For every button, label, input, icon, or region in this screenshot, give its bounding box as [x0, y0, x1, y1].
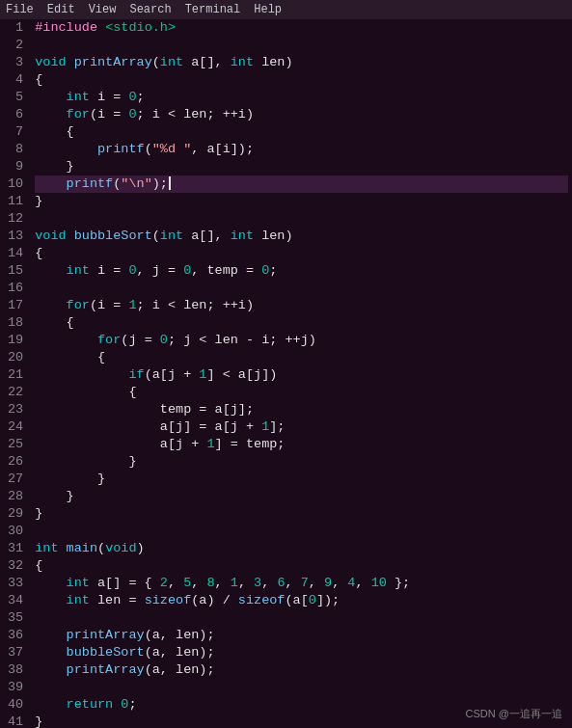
line-number: 37 — [8, 644, 23, 661]
menu-search[interactable]: Search — [129, 1, 171, 18]
line-number: 41 — [8, 714, 23, 728]
code-line: int main(void) — [35, 540, 568, 557]
code-line: a[j + 1] = temp; — [35, 436, 568, 453]
code-line — [35, 523, 568, 540]
line-number: 40 — [8, 696, 23, 714]
code-line: for(i = 0; i < len; ++i) — [35, 106, 568, 123]
code-line: int len = sizeof(a) / sizeof(a[0]); — [35, 592, 568, 609]
code-line: bubbleSort(a, len); — [35, 644, 568, 661]
line-number: 32 — [8, 557, 23, 575]
code-line — [35, 679, 568, 696]
code-line: } — [35, 471, 568, 488]
line-number: 28 — [8, 488, 23, 505]
code-line: { — [35, 123, 568, 141]
line-number: 5 — [8, 89, 23, 106]
code-line — [35, 210, 568, 228]
code-line: int a[] = { 2, 5, 8, 1, 3, 6, 7, 9, 4, 1… — [35, 575, 568, 592]
line-number: 10 — [8, 175, 23, 193]
code-line: { — [35, 71, 568, 89]
menu-file[interactable]: File — [6, 1, 34, 18]
line-number: 16 — [8, 280, 23, 297]
code-line: { — [35, 557, 568, 575]
code-content[interactable]: #include <stdio.h> void printArray(int a… — [31, 19, 572, 728]
line-number: 19 — [8, 332, 23, 349]
line-number: 6 — [8, 106, 23, 123]
line-number: 31 — [8, 540, 23, 557]
line-number: 18 — [8, 314, 23, 332]
menu-edit[interactable]: Edit — [47, 1, 75, 18]
code-line: void printArray(int a[], int len) — [35, 54, 568, 71]
line-number: 27 — [8, 471, 23, 488]
line-number: 35 — [8, 609, 23, 627]
menu-bar: File Edit View Search Terminal Help — [0, 0, 572, 19]
code-line: int i = 0, j = 0, temp = 0; — [35, 262, 568, 280]
line-number: 11 — [8, 193, 23, 210]
code-line: #include <stdio.h> — [35, 19, 568, 37]
line-number: 39 — [8, 679, 23, 696]
code-line: printArray(a, len); — [35, 627, 568, 644]
watermark: CSDN @一追再一追 — [466, 705, 562, 722]
line-number: 9 — [8, 158, 23, 175]
line-number: 21 — [8, 366, 23, 384]
line-number: 36 — [8, 627, 23, 644]
code-line: for(j = 0; j < len - i; ++j) — [35, 332, 568, 349]
line-number: 23 — [8, 401, 23, 418]
line-number: 29 — [8, 505, 23, 523]
line-number: 8 — [8, 141, 23, 158]
line-number: 30 — [8, 523, 23, 540]
code-line: printArray(a, len); — [35, 661, 568, 679]
code-line: { — [35, 384, 568, 401]
line-number: 14 — [8, 245, 23, 262]
line-number: 33 — [8, 575, 23, 592]
menu-terminal[interactable]: Terminal — [185, 1, 241, 18]
code-line: } — [35, 193, 568, 210]
line-number: 20 — [8, 349, 23, 366]
text-cursor — [169, 176, 171, 190]
code-line: { — [35, 245, 568, 262]
line-number: 7 — [8, 123, 23, 141]
code-line: { — [35, 349, 568, 366]
code-line: { — [35, 314, 568, 332]
code-line: } — [35, 488, 568, 505]
code-line: } — [35, 158, 568, 175]
line-number: 24 — [8, 418, 23, 436]
code-line — [35, 37, 568, 54]
code-line: temp = a[j]; — [35, 401, 568, 418]
line-number: 34 — [8, 592, 23, 609]
code-line: } — [35, 505, 568, 523]
line-number: 17 — [8, 297, 23, 314]
code-line: int i = 0; — [35, 89, 568, 106]
line-number: 4 — [8, 71, 23, 89]
line-number: 13 — [8, 228, 23, 245]
line-number: 22 — [8, 384, 23, 401]
code-line — [35, 609, 568, 627]
line-number: 25 — [8, 436, 23, 453]
line-numbers: 1234567891011121314151617181920212223242… — [0, 19, 31, 728]
code-line — [35, 280, 568, 297]
code-line: void bubbleSort(int a[], int len) — [35, 228, 568, 245]
line-number: 15 — [8, 262, 23, 280]
code-line: printf("%d ", a[i]); — [35, 141, 568, 158]
line-number: 1 — [8, 19, 23, 37]
line-number: 38 — [8, 661, 23, 679]
line-number: 2 — [8, 37, 23, 54]
menu-help[interactable]: Help — [254, 1, 282, 18]
code-line: for(i = 1; i < len; ++i) — [35, 297, 568, 314]
line-number: 26 — [8, 453, 23, 471]
editor-container: File Edit View Search Terminal Help 1234… — [0, 0, 572, 728]
code-line: } — [35, 453, 568, 471]
code-area: 1234567891011121314151617181920212223242… — [0, 19, 572, 728]
code-line: if(a[j + 1] < a[j]) — [35, 366, 568, 384]
code-line: a[j] = a[j + 1]; — [35, 418, 568, 436]
line-number: 12 — [8, 210, 23, 228]
menu-view[interactable]: View — [89, 1, 117, 18]
code-line: printf("\n"); — [35, 175, 568, 193]
line-number: 3 — [8, 54, 23, 71]
